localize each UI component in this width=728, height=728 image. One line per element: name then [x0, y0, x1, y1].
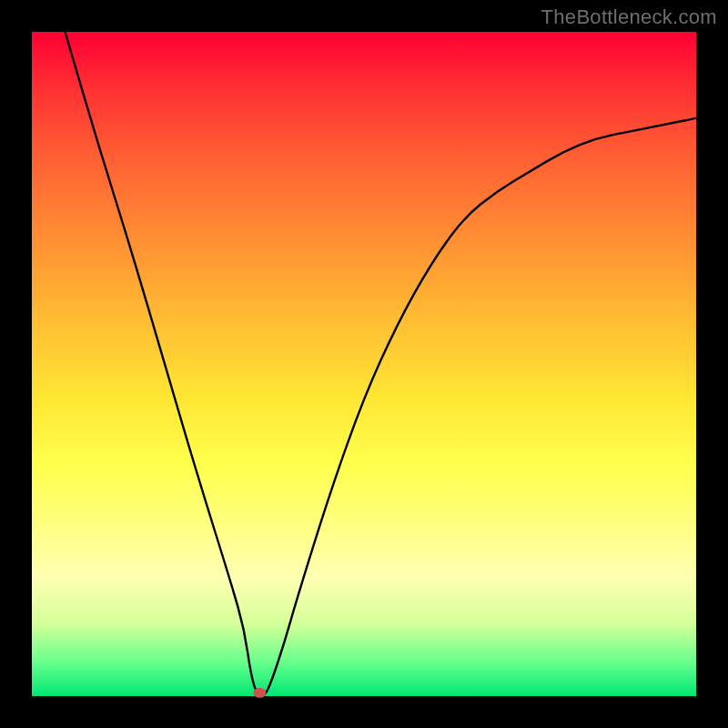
plot-area [32, 32, 696, 696]
bottleneck-curve-path [66, 32, 697, 696]
minimum-marker [253, 688, 266, 698]
chart-frame: TheBottleneck.com [0, 0, 728, 728]
watermark-label: TheBottleneck.com [541, 5, 717, 29]
curve-layer [32, 32, 696, 696]
